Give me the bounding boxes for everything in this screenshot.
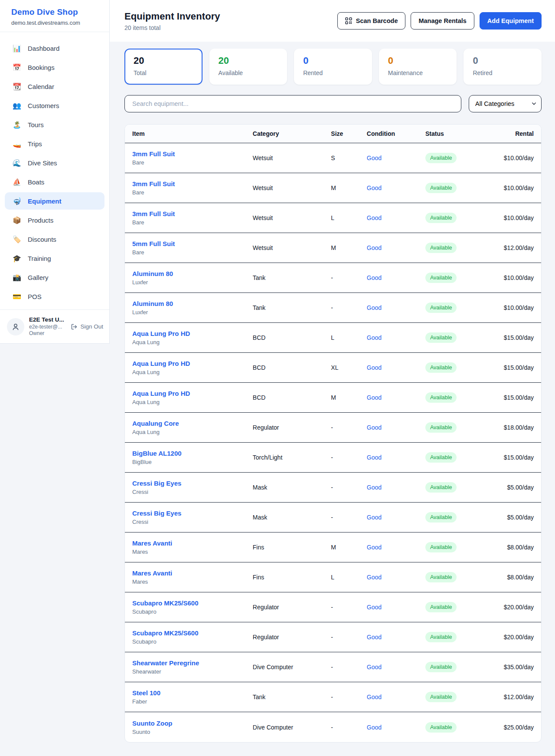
rental-cell: $35.00/day [490,664,534,671]
table-row[interactable]: Aluminum 80LuxferTank-GoodAvailable$10.0… [125,263,541,293]
avatar [7,318,24,335]
condition-link[interactable]: Good [367,664,425,671]
sidebar-item-customers[interactable]: 👥Customers [5,97,104,114]
item-name-link[interactable]: Aqua Lung Pro HD [132,330,253,337]
sidebar: Demo Dive Shop demo.test.divestreams.com… [0,0,110,344]
item-brand: Mares [132,549,253,555]
table-row[interactable]: Aqua Lung Pro HDAqua LungBCDXLGoodAvaila… [125,353,541,383]
condition-link[interactable]: Good [367,514,425,521]
stat-card-available[interactable]: 20Available [209,49,287,85]
condition-link[interactable]: Good [367,574,425,581]
item-name-link[interactable]: 3mm Full Suit [132,210,253,217]
table-row[interactable]: Aqua Lung Pro HDAqua LungBCDLGoodAvailab… [125,323,541,353]
condition-link[interactable]: Good [367,634,425,641]
condition-link[interactable]: Good [367,364,425,371]
item-name-link[interactable]: 3mm Full Suit [132,150,253,158]
sidebar-item-gallery[interactable]: 📸Gallery [5,269,104,286]
table-row[interactable]: Suunto ZoopSuuntoDive Computer-GoodAvail… [125,712,541,742]
item-name-link[interactable]: BigBlue AL1200 [132,450,253,457]
sidebar-item-equipment[interactable]: 🤿Equipment [5,192,104,210]
table-row[interactable]: Scubapro MK25/S600ScubaproRegulator-Good… [125,622,541,652]
category-cell: Mask [253,514,331,521]
scan-barcode-button[interactable]: Scan Barcode [337,12,406,30]
table-row[interactable]: Steel 100FaberTank-GoodAvailable$12.00/d… [125,682,541,712]
item-name-link[interactable]: Shearwater Peregrine [132,659,253,667]
sidebar-item-dashboard[interactable]: 📊Dashboard [5,39,104,57]
column-header-status: Status [425,130,490,137]
condition-link[interactable]: Good [367,454,425,461]
item-name-link[interactable]: Scubapro MK25/S600 [132,629,253,637]
condition-link[interactable]: Good [367,544,425,551]
item-name-link[interactable]: Aluminum 80 [132,300,253,307]
sidebar-item-training[interactable]: 🎓Training [5,250,104,267]
manage-rentals-button[interactable]: Manage Rentals [411,12,474,30]
condition-link[interactable]: Good [367,274,425,281]
condition-link[interactable]: Good [367,244,425,251]
condition-link[interactable]: Good [367,214,425,221]
sign-out-button[interactable]: Sign Out [71,323,103,330]
condition-link[interactable]: Good [367,304,425,311]
item-name-link[interactable]: Mares Avanti [132,569,253,577]
condition-link[interactable]: Good [367,154,425,161]
item-name-link[interactable]: Aqua Lung Pro HD [132,360,253,367]
table-row[interactable]: 3mm Full SuitBareWetsuitMGoodAvailable$1… [125,173,541,203]
item-name-link[interactable]: 3mm Full Suit [132,180,253,187]
table-row[interactable]: 3mm Full SuitBareWetsuitLGoodAvailable$1… [125,203,541,233]
stat-card-maintenance[interactable]: 0Maintenance [379,49,457,85]
category-filter[interactable]: All Categories [469,95,542,112]
table-row[interactable]: Aqualung CoreAqua LungRegulator-GoodAvai… [125,413,541,443]
condition-link[interactable]: Good [367,184,425,191]
item-name-link[interactable]: Aluminum 80 [132,270,253,277]
stat-card-retired[interactable]: 0Retired [464,49,542,85]
condition-link[interactable]: Good [367,694,425,700]
table-row[interactable]: Scubapro MK25/S600ScubaproRegulator-Good… [125,592,541,622]
sidebar-item-discounts[interactable]: 🏷️Discounts [5,230,104,248]
add-equipment-button[interactable]: Add Equipment [480,12,542,30]
condition-link[interactable]: Good [367,724,425,731]
table-row[interactable]: Shearwater PeregrineShearwaterDive Compu… [125,652,541,682]
category-cell: Regulator [253,424,331,431]
item-brand: Luxfer [132,279,253,286]
item-cell: Cressi Big EyesCressi [132,509,253,525]
table-row[interactable]: Aluminum 80LuxferTank-GoodAvailable$10.0… [125,293,541,323]
item-name-link[interactable]: 5mm Full Suit [132,240,253,247]
item-name-link[interactable]: Cressi Big Eyes [132,480,253,487]
stat-card-total[interactable]: 20Total [124,49,202,85]
sidebar-item-bookings[interactable]: 📅Bookings [5,59,104,76]
condition-link[interactable]: Good [367,334,425,341]
item-name-link[interactable]: Aqua Lung Pro HD [132,390,253,397]
item-name-link[interactable]: Aqualung Core [132,420,253,427]
sidebar-item-pos[interactable]: 💳POS [5,288,104,305]
table-row[interactable]: BigBlue AL1200BigBlueTorch/Light-GoodAva… [125,443,541,473]
table-row[interactable]: Cressi Big EyesCressiMask-GoodAvailable$… [125,473,541,503]
item-name-link[interactable]: Steel 100 [132,689,253,697]
page-title-block: Equipment Inventory 20 items total [124,11,220,31]
sidebar-item-tours[interactable]: 🏝️Tours [5,116,104,133]
graduation-cap-icon: 🎓 [13,254,21,263]
table-row[interactable]: Mares AvantiMaresFinsLGoodAvailable$8.00… [125,562,541,592]
search-input[interactable] [124,95,461,112]
table-row[interactable]: Mares AvantiMaresFinsMGoodAvailable$8.00… [125,532,541,562]
table-row[interactable]: 3mm Full SuitBareWetsuitSGoodAvailable$1… [125,143,541,173]
sidebar-item-dive-sites[interactable]: 🌊Dive Sites [5,154,104,171]
sidebar-item-calendar[interactable]: 📆Calendar [5,78,104,95]
diving-mask-icon: 🤿 [13,197,21,205]
condition-link[interactable]: Good [367,424,425,431]
item-cell: 3mm Full SuitBare [132,210,253,226]
sidebar-item-trips[interactable]: 🚤Trips [5,135,104,152]
item-name-link[interactable]: Mares Avanti [132,539,253,547]
condition-link[interactable]: Good [367,484,425,491]
condition-link[interactable]: Good [367,604,425,611]
table-row[interactable]: Aqua Lung Pro HDAqua LungBCDMGoodAvailab… [125,383,541,413]
sidebar-item-boats[interactable]: ⛵Boats [5,173,104,191]
sidebar-item-products[interactable]: 📦Products [5,211,104,229]
stat-card-rented[interactable]: 0Rented [294,49,372,85]
table-row[interactable]: Cressi Big EyesCressiMask-GoodAvailable$… [125,503,541,532]
stat-label: Rented [303,69,363,76]
item-name-link[interactable]: Scubapro MK25/S600 [132,599,253,607]
item-name-link[interactable]: Cressi Big Eyes [132,509,253,517]
table-row[interactable]: 5mm Full SuitBareWetsuitMGoodAvailable$1… [125,233,541,263]
status-badge: Available [425,692,457,702]
item-name-link[interactable]: Suunto Zoop [132,720,253,727]
condition-link[interactable]: Good [367,394,425,401]
